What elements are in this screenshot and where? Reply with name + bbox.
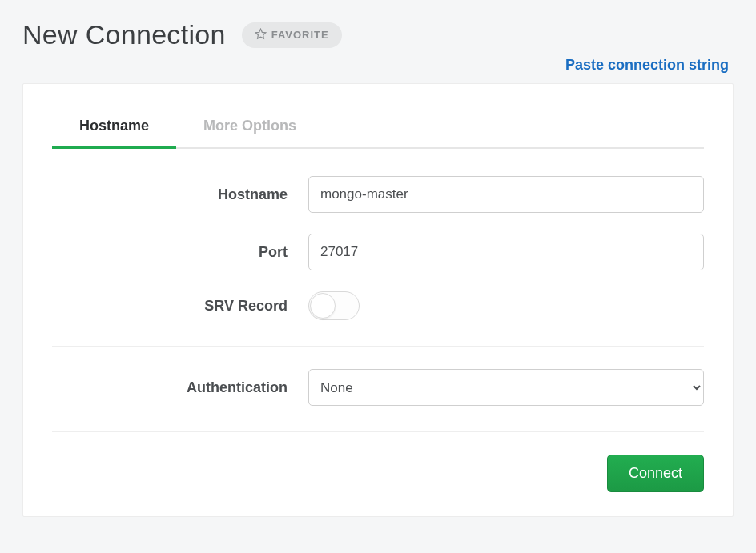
tab-hostname[interactable]: Hostname <box>52 108 176 149</box>
page-title: New Connection <box>22 19 226 50</box>
connection-card: Hostname More Options Hostname Port SRV … <box>22 83 734 517</box>
authentication-label: Authentication <box>52 379 308 396</box>
port-input[interactable] <box>308 234 704 270</box>
favorite-label: FAVORITE <box>271 29 329 41</box>
tab-more-options[interactable]: More Options <box>176 108 324 149</box>
authentication-select[interactable]: None <box>308 369 704 406</box>
star-icon <box>255 28 267 42</box>
srv-record-label: SRV Record <box>52 298 308 315</box>
svg-marker-0 <box>255 29 266 38</box>
favorite-button[interactable]: FAVORITE <box>242 22 342 48</box>
hostname-input[interactable] <box>308 176 704 213</box>
port-label: Port <box>52 244 308 261</box>
hostname-label: Hostname <box>52 186 308 203</box>
srv-record-toggle[interactable] <box>308 291 360 320</box>
toggle-knob <box>310 293 336 319</box>
paste-connection-string-link[interactable]: Paste connection string <box>565 57 729 74</box>
tabs: Hostname More Options <box>52 106 704 149</box>
connect-button[interactable]: Connect <box>607 455 704 492</box>
